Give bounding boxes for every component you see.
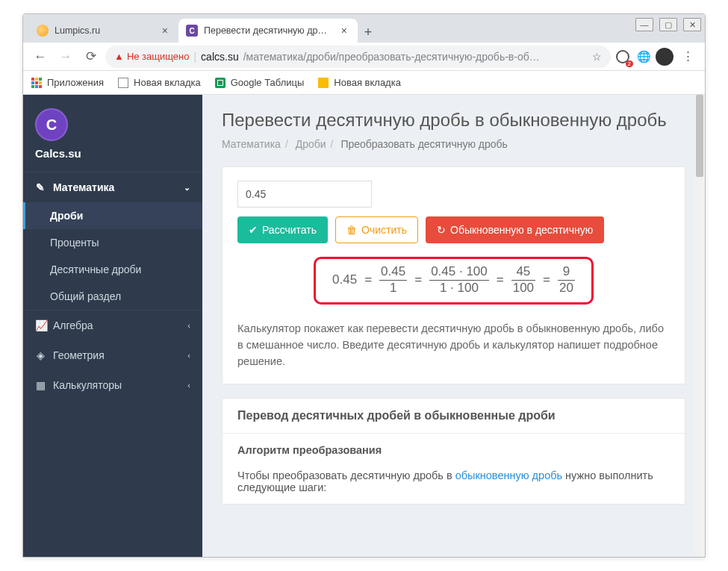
chevron-left-icon: ‹ [187,321,190,330]
sidebar-item-geometry[interactable]: ◈ Геометрия ‹ [23,340,202,370]
crumb-current: Преобразовать десятичную дробь [340,138,508,150]
sidebar-item-math[interactable]: ✎ Математика ⌄ [23,172,202,202]
diamond-icon: ◈ [35,349,46,361]
address-bar[interactable]: ▲ Не защищено | calcs.su/математика/дроб… [105,46,611,68]
chevron-down-icon: ⌄ [184,183,190,193]
section-conversion: Перевод десятичных дробей в обыкновенные… [222,398,685,505]
edit-icon: ✎ [35,181,46,193]
check-icon: ✔ [249,224,258,236]
calculator-icon: ▦ [35,379,46,391]
bookmark-label: Google Таблицы [231,77,305,88]
site-logo: C [35,108,68,141]
insecure-label: Не защищено [127,51,190,62]
sheets-icon [215,78,225,88]
sidebar-item-algebra[interactable]: 📈 Алгебра ‹ [23,311,202,340]
scrollbar-thumb[interactable] [696,95,703,177]
sidebar-item-label: Геометрия [53,349,105,361]
fraction-link[interactable]: обыкновенную дробь [455,469,562,481]
bookmark-item[interactable]: Новая вкладка [117,77,201,89]
site-name: Calcs.su [23,147,202,172]
favicon-icon [37,25,49,37]
bookmark-star-icon[interactable]: ☆ [592,51,602,63]
extension-icon[interactable]: 2 [614,48,632,66]
window-close-button[interactable]: ✕ [683,18,701,31]
close-tab-icon[interactable]: × [159,25,171,37]
page-icon [118,78,128,88]
breadcrumb: Математика/ Дроби/ Преобразовать десятич… [222,138,685,150]
apps-shortcut[interactable]: Приложения [31,77,104,89]
chevron-left-icon: ‹ [187,381,190,390]
bookmark-label: Новая вкладка [134,77,201,88]
sidebar-item-label: Калькуляторы [53,379,122,391]
reload-button[interactable]: ⟳ [80,46,102,68]
tab-title: Lumpics.ru [55,25,153,36]
insecure-warning: ▲ Не защищено [114,51,189,62]
button-label: Обыкновенную в десятичную [450,224,593,236]
window-minimize-button[interactable]: — [635,18,653,31]
close-tab-icon[interactable]: × [338,25,350,37]
sidebar-sub-decimal[interactable]: Десятичные дроби [23,256,202,283]
sidebar: C Calcs.su ✎ Математика ⌄ Дроби Проценты… [23,95,202,557]
profile-avatar[interactable] [656,48,673,66]
bookmark-item[interactable]: Google Таблицы [214,77,305,89]
sidebar-sub-general[interactable]: Общий раздел [23,283,202,310]
warning-icon: ▲ [114,51,124,62]
sidebar-item-calculators[interactable]: ▦ Калькуляторы ‹ [23,370,202,400]
new-tab-button[interactable]: + [358,22,379,43]
window-maximize-button[interactable]: ▢ [659,18,677,31]
crumb[interactable]: Математика [222,138,281,150]
subsection-heading: Алгоритм преобразования [223,434,685,461]
decimal-input[interactable] [237,181,372,208]
tab-strip: Lumpics.ru × С Перевести десятичную дроб… [23,14,705,43]
clear-button[interactable]: 🗑Очистить [335,216,418,243]
refresh-icon: ↻ [437,224,446,236]
main-content: Перевести десятичную дробь в обыкновенну… [202,95,705,557]
browser-tab-active[interactable]: С Перевести десятичную дробь в × [178,19,358,43]
favicon-icon: С [186,25,198,37]
chevron-left-icon: ‹ [187,351,190,360]
section-text: Чтобы преобразовать десятичную дробь в о… [223,461,685,493]
menu-button[interactable]: ⋮ [676,46,699,68]
url-path: /математика/дроби/преобразовать-десятичн… [243,51,540,63]
bookmark-label: Приложения [47,77,104,88]
sidebar-sub-fractions[interactable]: Дроби [23,202,202,229]
scrollbar[interactable] [694,95,705,557]
calculator-panel: ✔Рассчитать 🗑Очистить ↻Обыкновенную в де… [222,166,685,384]
back-button[interactable]: ← [29,46,52,68]
trash-icon: 🗑 [346,224,357,236]
sidebar-item-label: Алгебра [53,319,93,331]
chart-icon: 📈 [35,319,46,331]
browser-tab[interactable]: Lumpics.ru × [29,19,178,43]
section-heading: Перевод десятичных дробей в обыкновенные… [223,399,685,434]
browser-toolbar: ← → ⟳ ▲ Не защищено | calcs.su/математик… [23,43,705,71]
page-icon [318,78,329,88]
extension-globe-icon[interactable]: 🌐 [635,48,653,66]
tab-title: Перевести десятичную дробь в [204,25,332,36]
page-title: Перевести десятичную дробь в обыкновенну… [222,110,685,131]
forward-button[interactable]: → [55,46,77,68]
bookmark-label: Новая вкладка [334,77,401,88]
calculator-description: Калькулятор покажет как перевести десяти… [237,321,670,369]
sidebar-sub-percents[interactable]: Проценты [23,229,202,256]
result-value: 0.45 [332,272,357,287]
bookmark-item[interactable]: Новая вкладка [317,77,401,89]
crumb[interactable]: Дроби [296,138,326,150]
button-label: Очистить [361,224,407,236]
result-formula: 0.45 = 0.451 = 0.45 · 1001 · 100 = 45100… [314,257,594,305]
sidebar-item-label: Математика [53,181,114,193]
bookmarks-bar: Приложения Новая вкладка Google Таблицы … [23,71,705,95]
swap-button[interactable]: ↻Обыкновенную в десятичную [426,216,604,243]
url-host: calcs.su [201,51,239,63]
calculate-button[interactable]: ✔Рассчитать [237,216,328,243]
button-label: Рассчитать [262,224,317,236]
